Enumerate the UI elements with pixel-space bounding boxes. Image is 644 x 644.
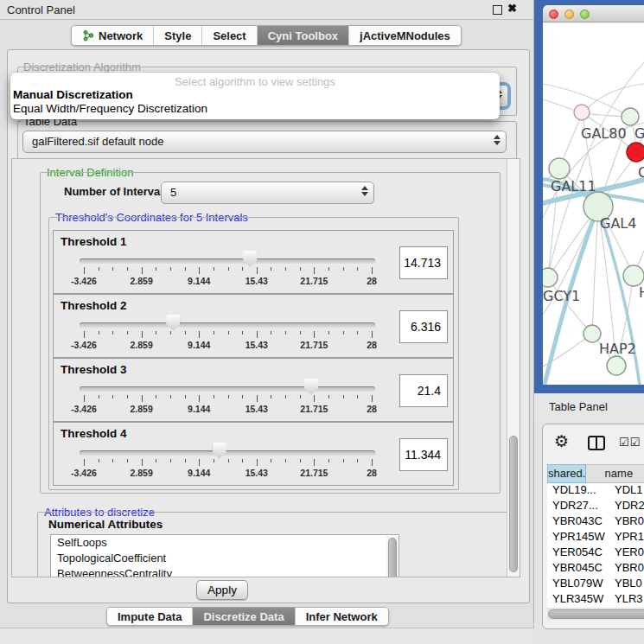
node-label: HAP2 xyxy=(599,341,636,357)
table-row[interactable]: YBL079WYBL0 xyxy=(547,577,644,592)
numerical-attributes-list: SelfLoops TopologicalCoefficient Between… xyxy=(50,534,399,577)
slider-ticks xyxy=(84,459,372,467)
panel-title: Control Panel xyxy=(7,3,75,16)
node-label: C xyxy=(638,164,644,181)
network-node[interactable] xyxy=(543,268,558,287)
threshold-4-panel: Threshold 4 -3.4262.8599.14415.4321.7152… xyxy=(53,422,454,486)
combo-stepper-icon xyxy=(494,135,501,145)
slider-tick-labels: -3.4262.8599.14415.4321.71528 xyxy=(84,468,372,480)
close-icon[interactable]: ✖ xyxy=(507,2,517,15)
tab-discretize-data[interactable]: Discretize Data xyxy=(193,608,295,625)
network-node[interactable] xyxy=(549,158,570,179)
float-icon[interactable] xyxy=(493,5,502,15)
slider-tick-labels: -3.4262.8599.14415.4321.71528 xyxy=(84,276,372,288)
zoom-traffic-light-icon[interactable] xyxy=(580,10,590,19)
table-row[interactable]: YDR27...YDR2 xyxy=(547,499,644,514)
tab-select[interactable]: Select xyxy=(202,26,257,45)
node-label: H xyxy=(639,284,644,301)
slider-tick-labels: -3.4262.8599.14415.4321.71528 xyxy=(84,340,372,352)
table-horizontal-scrollbar[interactable] xyxy=(547,608,644,620)
list-item[interactable]: SelfLoops xyxy=(51,535,399,551)
scrollbar-thumb[interactable] xyxy=(509,436,518,572)
tab-network[interactable]: Network xyxy=(72,26,154,45)
table-data-combobox-value: galFiltered.sif default node xyxy=(32,135,163,148)
threshold-2-slider-track[interactable] xyxy=(80,322,375,328)
column-header-shared-name[interactable]: shared... xyxy=(547,464,586,483)
tab-style[interactable]: Style xyxy=(154,26,202,45)
list-scrollbar[interactable] xyxy=(386,536,398,577)
table-row[interactable]: YER054CYER0 xyxy=(547,545,644,561)
network-node[interactable] xyxy=(583,325,601,342)
control-panel-window: Control Panel ✖ Network Style Select Cyn… xyxy=(0,0,534,628)
num-intervals-value: 5 xyxy=(170,186,176,199)
threshold-3-panel: Threshold 3 -3.4262.8599.14415.4321.7152… xyxy=(53,358,454,422)
table-panel: ⚙ ☑☑ shared... name YDL19...YDL1 YDR27..… xyxy=(542,424,644,629)
threshold-4-value-field[interactable]: 11.344 xyxy=(399,438,448,471)
scrollbar-thumb[interactable] xyxy=(548,609,644,619)
combo-stepper-icon xyxy=(361,186,368,196)
node-label: GA xyxy=(634,125,644,142)
threshold-2-slider-thumb[interactable] xyxy=(166,315,180,331)
top-tab-bar: Network Style Select Cyni Toolbox jActiv… xyxy=(71,25,462,46)
tab-infer-network[interactable]: Infer Network xyxy=(296,608,388,625)
list-item[interactable]: TopologicalCoefficient xyxy=(51,551,399,566)
node-label: GAL11 xyxy=(551,178,596,194)
network-node[interactable] xyxy=(622,108,639,125)
dropdown-option-manual-discretization[interactable]: Manual Discretization xyxy=(13,88,133,101)
threshold-4-slider-thumb[interactable] xyxy=(213,443,226,459)
tab-network-label: Network xyxy=(99,29,143,42)
select-checkboxes-icon[interactable]: ☑☑ xyxy=(619,436,641,449)
node-label: GAL4 xyxy=(600,215,636,232)
numerical-attributes-label: Numerical Attributes xyxy=(48,518,163,531)
table-row[interactable]: YBR045CYBR0 xyxy=(547,561,644,577)
table-data-combobox[interactable]: galFiltered.sif default node xyxy=(22,131,507,153)
table-row[interactable]: YBR043CYBR0 xyxy=(547,514,644,530)
node-label: GAL80 xyxy=(581,125,627,142)
num-intervals-combobox[interactable]: 5 xyxy=(161,182,374,204)
columns-icon[interactable] xyxy=(588,436,605,450)
list-item[interactable]: BetweennessCentrality xyxy=(51,566,399,577)
network-window-titlebar xyxy=(543,5,644,22)
minimize-traffic-light-icon[interactable] xyxy=(564,10,574,19)
threshold-1-label: Threshold 1 xyxy=(61,235,127,248)
threshold-1-panel: Threshold 1 -3.4262.8599.14415.4321.7152… xyxy=(53,230,454,294)
slider-ticks xyxy=(84,395,372,403)
dropdown-option-equal-width[interactable]: Equal Width/Frequency Discretization xyxy=(13,102,207,115)
table-row[interactable]: YLR345WYLR3 xyxy=(547,592,644,608)
settings-scroll-viewport: Interval Definition Number of Intervals … xyxy=(11,158,520,577)
threshold-2-value-field[interactable]: 6.316 xyxy=(399,310,448,343)
threshold-1-value-field[interactable]: 14.713 xyxy=(399,246,448,279)
threshold-4-label: Threshold 4 xyxy=(61,427,127,440)
threshold-3-label: Threshold 3 xyxy=(61,363,127,376)
network-node[interactable] xyxy=(607,356,626,375)
bottom-tab-bar: Impute Data Discretize Data Infer Networ… xyxy=(106,607,389,626)
table-header-row: shared... name xyxy=(547,464,644,483)
threshold-3-slider-thumb[interactable] xyxy=(304,379,318,395)
column-header-name[interactable]: name xyxy=(586,464,644,483)
settings-vertical-scrollbar[interactable] xyxy=(507,159,520,577)
right-region: GAL80 GA GAL11 C GAL4 GCY1 H HAP2 Table … xyxy=(534,0,644,644)
apply-button[interactable]: Apply xyxy=(196,580,248,600)
algorithm-dropdown-popup: Select algorithm to view settings Manual… xyxy=(10,73,500,119)
table-panel-titlebar: Table Panel xyxy=(534,393,644,422)
network-node[interactable] xyxy=(623,265,644,286)
close-traffic-light-icon[interactable] xyxy=(549,10,558,19)
threshold-3-value-field[interactable]: 21.4 xyxy=(399,374,448,407)
threshold-1-slider-track[interactable] xyxy=(80,258,375,264)
network-node[interactable] xyxy=(574,105,590,120)
table-row[interactable]: YPR145WYPR1 xyxy=(547,530,644,545)
network-node-selected[interactable] xyxy=(627,143,644,162)
tab-jactivemnodules[interactable]: jActiveMNodules xyxy=(349,26,461,45)
dropdown-hint: Select algorithm to view settings xyxy=(10,75,500,88)
threshold-2-panel: Threshold 2 -3.4262.8599.14415.4321.7152… xyxy=(53,294,454,358)
tab-cyni-toolbox[interactable]: Cyni Toolbox xyxy=(258,26,349,45)
num-intervals-label: Number of Intervals xyxy=(64,185,169,198)
node-label: GCY1 xyxy=(543,288,580,304)
threshold-4-slider-track[interactable] xyxy=(80,450,375,456)
threshold-1-slider-thumb[interactable] xyxy=(243,251,257,267)
table-row[interactable]: YDL19...YDL1 xyxy=(547,483,644,499)
network-canvas[interactable]: GAL80 GA GAL11 C GAL4 GCY1 H HAP2 xyxy=(543,23,644,385)
threshold-3-slider-track[interactable] xyxy=(80,386,375,392)
gear-icon[interactable]: ⚙ xyxy=(554,431,569,451)
tab-impute-data[interactable]: Impute Data xyxy=(107,608,193,625)
